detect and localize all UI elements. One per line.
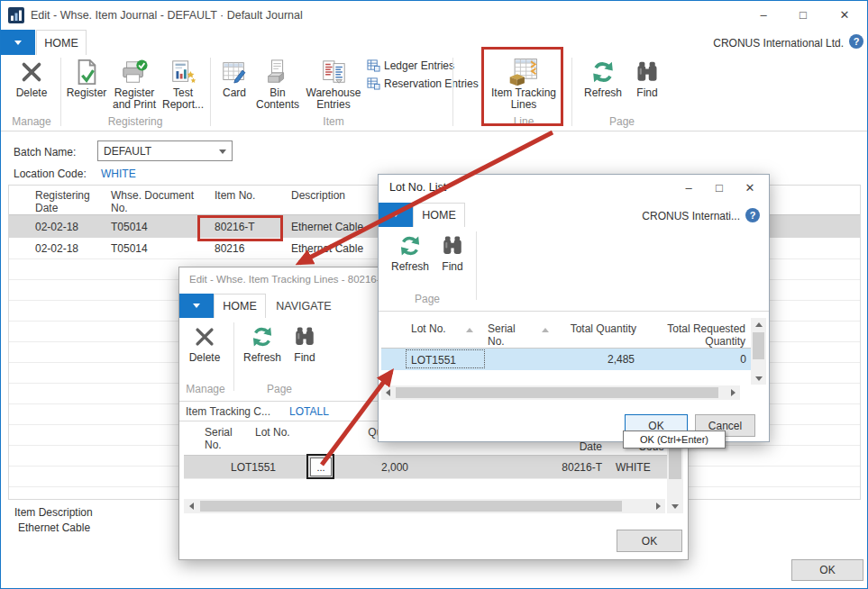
tracking-horizontal-scrollbar[interactable] [198, 499, 651, 513]
location-code-value[interactable]: WHITE [101, 168, 136, 180]
focused-cell[interactable]: LOT1551 [406, 349, 485, 368]
tracking-group-manage: Manage [180, 383, 231, 395]
printer-icon [121, 57, 148, 87]
batch-name-label: Batch Name: [14, 146, 76, 159]
group-label-page: Page [579, 115, 665, 128]
column-header-registering-date[interactable]: Registering Date [35, 189, 105, 214]
lot-minimize-button[interactable]: – [677, 178, 700, 196]
lot-vertical-scrollbar[interactable] [751, 331, 766, 372]
delete-icon [192, 322, 217, 352]
lot-window-title: Lot No. List [389, 181, 446, 194]
register-and-print-button[interactable]: Register and Print [109, 57, 160, 111]
column-header-whse-document-no[interactable]: Whse. Document No. [111, 189, 206, 214]
tracking-column-date[interactable]: Date [566, 440, 602, 453]
maximize-button[interactable]: □ [791, 5, 815, 23]
tracking-refresh-button[interactable]: Refresh [237, 322, 288, 364]
delete-button[interactable]: Delete [8, 57, 55, 99]
help-icon[interactable]: ? [849, 34, 863, 49]
lot-column-total-requested-quantity[interactable]: Total Requested Quantity [644, 322, 745, 348]
app-menu-button[interactable] [1, 30, 35, 55]
scroll-left-icon [386, 389, 390, 396]
batch-name-combobox[interactable]: DEFAULT [97, 140, 233, 161]
lot-column-serial-no[interactable]: Serial No. [488, 322, 525, 348]
delete-icon [18, 57, 45, 87]
register-icon [73, 57, 100, 87]
reservation-entries-button[interactable]: Reservation Entries [367, 77, 479, 90]
lot-table-row[interactable]: LOT1551 2,485 0 [381, 349, 751, 370]
refresh-icon [589, 57, 617, 87]
register-button[interactable]: Register [64, 57, 109, 99]
ribbon-separator [233, 322, 234, 391]
lot-scroll-down-button[interactable] [751, 372, 766, 385]
tracking-find-button[interactable]: Find [288, 322, 322, 364]
refresh-button[interactable]: Refresh [579, 57, 627, 99]
minimize-button[interactable]: – [752, 5, 775, 23]
tracking-app-menu-button[interactable] [179, 294, 214, 318]
lot-maximize-button[interactable]: □ [708, 178, 731, 196]
bin-contents-icon [264, 57, 291, 87]
lot-company-name: CRONUS Internati... [578, 210, 740, 222]
main-ok-button[interactable]: OK [791, 559, 863, 581]
lot-scroll-left-button[interactable] [381, 385, 395, 400]
group-label-item: Item [215, 115, 452, 128]
ledger-entries-icon [367, 59, 380, 72]
tab-home[interactable]: HOME [36, 30, 87, 55]
refresh-icon [397, 231, 423, 261]
lot-find-button[interactable]: Find [435, 231, 470, 273]
lot-horizontal-scrollbar[interactable] [395, 385, 726, 400]
ribbon-separator [476, 231, 477, 300]
ok-tooltip: OK (Ctrl+Enter) [623, 430, 726, 449]
close-button[interactable]: ✕ [833, 5, 856, 23]
tracking-column-serial-no[interactable]: Serial No. [205, 426, 241, 451]
ledger-entries-button[interactable]: Ledger Entries [367, 59, 454, 72]
annotation-box-item-tracking-lines [481, 47, 563, 126]
item-description-label: Item Description [14, 506, 93, 519]
column-header-item-no[interactable]: Item No. [215, 189, 287, 202]
item-tracking-code-label: Item Tracking C... [186, 405, 270, 418]
tracking-table-row[interactable]: LOT1551 2,000 80216-T WHITE [184, 456, 667, 478]
item-tracking-code-value[interactable]: LOTALL [289, 405, 329, 418]
lot-group-page: Page [385, 293, 470, 305]
scrollbar-thumb[interactable] [753, 332, 764, 359]
warehouse-entries-button[interactable]: Warehouse Entries [301, 57, 366, 111]
lot-app-menu-button[interactable] [379, 203, 413, 227]
group-label-registering: Registering [64, 115, 206, 128]
tracking-tab-home[interactable]: HOME [214, 294, 266, 318]
scrollbar-thumb[interactable] [396, 387, 718, 398]
scrollbar-thumb[interactable] [200, 501, 622, 512]
find-icon [635, 57, 660, 87]
scroll-up-icon [755, 322, 763, 327]
annotation-box-item-no [197, 215, 283, 241]
tracking-scroll-down-button[interactable] [667, 499, 683, 513]
tracking-delete-button[interactable]: Delete [184, 322, 225, 364]
scroll-right-icon [656, 503, 661, 510]
test-report-button[interactable]: Test Report... [160, 57, 206, 111]
company-name: CRONUS International Ltd. [596, 37, 844, 50]
column-header-description[interactable]: Description [291, 189, 381, 202]
scroll-down-icon [755, 376, 763, 381]
lot-column-lot-no[interactable]: Lot No. [411, 322, 461, 335]
tracking-column-lot-no[interactable]: Lot No. [255, 426, 309, 439]
find-button[interactable]: Find [629, 57, 665, 99]
lot-column-total-quantity[interactable]: Total Quantity [551, 322, 636, 335]
help-icon[interactable]: ? [745, 208, 760, 222]
lot-scroll-right-button[interactable] [726, 385, 740, 400]
tracking-scroll-right-button[interactable] [651, 499, 665, 513]
card-button[interactable]: Card [215, 57, 253, 99]
report-icon [169, 57, 196, 87]
lot-tab-home[interactable]: HOME [413, 203, 465, 227]
bin-contents-button[interactable]: Bin Contents [254, 57, 301, 111]
ribbon-separator [60, 58, 61, 126]
tracking-scroll-left-button[interactable] [184, 499, 198, 513]
card-icon [221, 57, 248, 87]
lot-refresh-button[interactable]: Refresh [385, 231, 435, 273]
tracking-tab-navigate[interactable]: NAVIGATE [266, 294, 342, 318]
lot-scroll-up-button[interactable] [751, 318, 766, 331]
lot-close-button[interactable]: ✕ [738, 178, 762, 196]
chevron-down-icon [193, 304, 200, 308]
chevron-down-icon [14, 41, 22, 45]
find-icon [293, 322, 316, 352]
chevron-down-icon [219, 150, 226, 154]
tracking-group-page: Page [237, 383, 322, 395]
tracking-ok-button[interactable]: OK [617, 530, 682, 552]
